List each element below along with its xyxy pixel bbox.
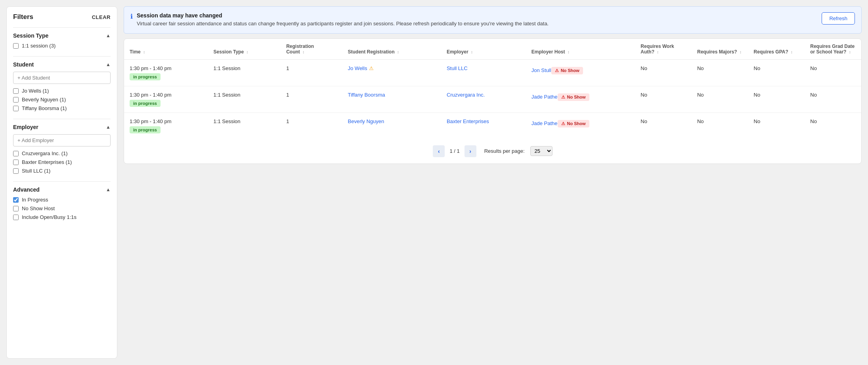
next-page-button[interactable]: ›	[465, 145, 476, 157]
no-show-label: No Show	[567, 95, 586, 99]
table-row: 1:30 pm - 1:40 pmin progress1:1 Session1…	[124, 86, 861, 112]
session-type-title: Session Type	[13, 32, 48, 39]
time-cell: 1:30 pm - 1:40 pmin progress	[124, 59, 208, 86]
employer-title: Employer	[13, 124, 38, 130]
req-majors-cell: No	[692, 86, 748, 112]
student-header[interactable]: Student ▲	[13, 61, 111, 68]
employer-host-link[interactable]: Jade Pathe	[532, 94, 558, 100]
session-type-cell: 1:1 Session	[208, 112, 281, 139]
student-reg-sort-icon: ↕	[397, 50, 399, 54]
no-show-badge: ⚠No Show	[558, 120, 589, 127]
prev-page-button[interactable]: ‹	[433, 145, 445, 157]
employer-options: Cruzvergara Inc. (1)Baxter Enterprises (…	[13, 150, 111, 174]
employer-option[interactable]: Baxter Enterprises (1)	[13, 159, 111, 165]
student-section: Student ▲ Jo Wells (1)Beverly Nguyen (1)…	[13, 56, 111, 119]
employer-host-link[interactable]: Jon Stull	[532, 67, 551, 73]
student-link[interactable]: Beverly Nguyen	[348, 118, 384, 124]
alert-body: Virtual career fair session attendance a…	[137, 20, 549, 28]
student-title: Student	[13, 61, 34, 68]
employer-host-link[interactable]: Jade Pathe	[532, 120, 558, 126]
col-employer[interactable]: Employer ↕	[441, 39, 526, 60]
col-time[interactable]: Time ↕	[124, 39, 208, 60]
clear-filters-button[interactable]: CLEAR	[92, 14, 111, 20]
alert-title: Session data may have changed	[137, 12, 549, 19]
advanced-options: In ProgressNo Show HostInclude Open/Busy…	[13, 197, 111, 220]
col-req-grad-date[interactable]: Requires Grad Date or School Year? ↕	[805, 39, 861, 60]
advanced-header[interactable]: Advanced ▲	[13, 186, 111, 193]
info-icon: ℹ	[130, 13, 133, 20]
advanced-option[interactable]: Include Open/Busy 1:1s	[13, 214, 111, 220]
col-session-type[interactable]: Session Type ↕	[208, 39, 281, 60]
no-show-icon: ⚠	[561, 95, 565, 100]
no-show-label: No Show	[567, 121, 586, 126]
col-employer-host[interactable]: Employer Host ↕	[526, 39, 635, 60]
results-per-page-select[interactable]: 25 50 100	[530, 146, 553, 156]
employer-link[interactable]: Baxter Enterprises	[447, 118, 489, 124]
alert-content: ℹ Session data may have changed Virtual …	[130, 12, 817, 28]
session-type-section: Session Type ▲ 1:1 session (3)	[13, 27, 111, 56]
reg-count-cell: 1	[281, 112, 342, 139]
req-majors-cell: No	[692, 112, 748, 139]
session-type-option[interactable]: 1:1 session (3)	[13, 43, 111, 49]
employer-cell: Cruzvergara Inc.	[441, 86, 526, 112]
col-req-majors[interactable]: Requires Majors? ↕	[692, 39, 748, 60]
table-row: 1:30 pm - 1:40 pmin progress1:1 Session1…	[124, 112, 861, 139]
results-per-page-label: Results per page:	[484, 148, 525, 154]
student-option[interactable]: Jo Wells (1)	[13, 88, 111, 94]
time-sort-icon: ↕	[143, 50, 145, 54]
req-majors-sort-icon: ↕	[740, 50, 742, 54]
no-show-icon: ⚠	[561, 121, 565, 126]
employer-sort-icon: ↕	[471, 50, 473, 54]
main-content: ℹ Session data may have changed Virtual …	[124, 6, 862, 359]
employer-chevron-icon: ▲	[106, 124, 111, 130]
sessions-table: Time ↕ Session Type ↕ RegistrationCount …	[124, 39, 861, 139]
employer-section: Employer ▲ Cruzvergara Inc. (1)Baxter En…	[13, 119, 111, 181]
col-reg-count[interactable]: RegistrationCount ↕	[281, 39, 342, 60]
time-value: 1:30 pm - 1:40 pm	[130, 65, 203, 71]
advanced-option[interactable]: In Progress	[13, 197, 111, 203]
advanced-option[interactable]: No Show Host	[13, 205, 111, 211]
table-body: 1:30 pm - 1:40 pmin progress1:1 Session1…	[124, 59, 861, 139]
employer-header[interactable]: Employer ▲	[13, 124, 111, 130]
session-type-options: 1:1 session (3)	[13, 43, 111, 49]
student-link[interactable]: Jo Wells	[348, 65, 367, 71]
advanced-title: Advanced	[13, 186, 40, 193]
employer-option[interactable]: Stull LLC (1)	[13, 168, 111, 174]
employer-link[interactable]: Stull LLC	[447, 65, 468, 71]
time-value: 1:30 pm - 1:40 pm	[130, 118, 203, 124]
add-employer-input[interactable]	[13, 134, 111, 146]
refresh-button[interactable]: Refresh	[822, 12, 855, 25]
advanced-section: Advanced ▲ In ProgressNo Show HostInclud…	[13, 181, 111, 228]
session-type-chevron-icon: ▲	[106, 33, 111, 38]
req-gpa-cell: No	[748, 59, 805, 86]
req-grad-date-cell: No	[805, 86, 861, 112]
col-req-gpa[interactable]: Requires GPA? ↕	[748, 39, 805, 60]
student-link[interactable]: Tiffany Boorsma	[348, 92, 385, 98]
student-option[interactable]: Beverly Nguyen (1)	[13, 97, 111, 103]
add-student-input[interactable]	[13, 72, 111, 84]
pagination-row: ‹ 1 / 1 › Results per page: 25 50 100	[124, 139, 861, 163]
student-warning-icon: ⚠	[369, 65, 374, 71]
req-grad-date-cell: No	[805, 112, 861, 139]
employer-option[interactable]: Cruzvergara Inc. (1)	[13, 150, 111, 156]
employer-host-cell: Jade Pathe⚠No Show	[526, 112, 635, 139]
employer-host-sort-icon: ↕	[568, 50, 570, 54]
student-cell: Tiffany Boorsma	[342, 86, 441, 112]
reg-count-cell: 1	[281, 86, 342, 112]
employer-cell: Baxter Enterprises	[441, 112, 526, 139]
no-show-icon: ⚠	[555, 68, 559, 73]
sidebar-header: Filters CLEAR	[13, 13, 111, 21]
in-progress-badge: in progress	[130, 73, 161, 80]
req-gpa-sort-icon: ↕	[791, 50, 793, 54]
session-type-cell: 1:1 Session	[208, 59, 281, 86]
col-req-work-auth[interactable]: Requires Work Auth? ↕	[635, 39, 692, 60]
req-work-auth-cell: No	[635, 86, 692, 112]
employer-link[interactable]: Cruzvergara Inc.	[447, 92, 485, 98]
session-type-header[interactable]: Session Type ▲	[13, 32, 111, 39]
col-student-reg[interactable]: Student Registration ↕	[342, 39, 441, 60]
sidebar: Filters CLEAR Session Type ▲ 1:1 session…	[6, 6, 117, 359]
employer-host-cell: Jon Stull⚠No Show	[526, 59, 635, 86]
alert-banner: ℹ Session data may have changed Virtual …	[124, 6, 862, 34]
student-option[interactable]: Tiffany Boorsma (1)	[13, 105, 111, 111]
advanced-chevron-icon: ▲	[106, 187, 111, 192]
